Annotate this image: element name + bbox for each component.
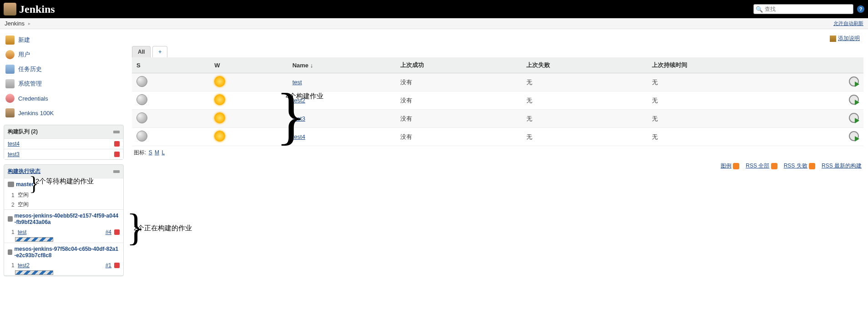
sort-indicator: ↓	[310, 62, 313, 69]
search-input[interactable]	[765, 6, 851, 12]
new-icon	[5, 36, 15, 45]
last-duration-cell: 无	[647, 110, 827, 128]
status-ball-icon	[136, 76, 147, 87]
status-ball-icon	[136, 112, 147, 123]
build-progress-bar[interactable]	[15, 237, 53, 242]
executor-panel: 构建执行状态 master 1空闲 2空闲 mesos-jenkins-40eb…	[4, 164, 124, 276]
job-name-link[interactable]: test3	[293, 115, 305, 122]
tab-all[interactable]: All	[132, 46, 151, 57]
status-ball-icon	[136, 131, 147, 142]
last-success-cell: 没有	[396, 110, 522, 128]
computer-icon	[8, 182, 14, 187]
build-number-link[interactable]: #1	[106, 262, 111, 269]
auto-refresh-link[interactable]: 允许自动刷新	[833, 20, 863, 26]
executor-slot: 1 test2 #1	[4, 261, 123, 269]
column-name[interactable]: Name ↓	[288, 57, 396, 73]
sidebar-item-history[interactable]: 任务历史	[4, 62, 124, 76]
table-row: test没有无无	[132, 73, 863, 91]
sidebar-item-label: 用户	[18, 51, 30, 59]
schedule-build-icon[interactable]	[849, 95, 859, 105]
icon-size-l[interactable]: L	[161, 149, 165, 156]
column-status[interactable]: S	[132, 57, 210, 73]
cancel-build-icon[interactable]	[114, 229, 120, 235]
sidebar-item-new[interactable]: 新建	[4, 33, 124, 47]
build-number-link[interactable]: #4	[106, 229, 111, 235]
cancel-build-icon[interactable]	[114, 152, 120, 157]
executor-node-master: master	[4, 178, 123, 190]
executor-node: mesos-jenkins-97f58c04-c65b-40df-82a1-e2…	[4, 243, 123, 261]
job-name-link[interactable]: test2	[293, 97, 305, 104]
cancel-build-icon[interactable]	[114, 263, 120, 268]
rss-icon	[771, 163, 777, 169]
slot-number: 1	[11, 192, 18, 198]
slot-number: 1	[11, 262, 18, 269]
cancel-build-icon[interactable]	[114, 141, 120, 147]
schedule-build-icon[interactable]	[849, 131, 859, 141]
node-name: mesos-jenkins-40ebb5f2-e157-4f59-a044-fb…	[15, 213, 120, 225]
main-content: 添加说明 All + S W Name ↓ 上次成功 上次失败 上次持续时间 t…	[127, 29, 868, 280]
rss-latest-link[interactable]: RSS 最新的构建	[822, 162, 862, 169]
slot-number: 1	[11, 229, 18, 235]
column-last-success[interactable]: 上次成功	[396, 57, 522, 73]
job-name-link[interactable]: test4	[293, 133, 305, 140]
weather-sun-icon	[214, 131, 225, 142]
computer-icon	[8, 249, 12, 255]
icon-size-label: 图标:	[134, 149, 146, 156]
view-tabs: All +	[132, 46, 863, 57]
sidebar-item-label: 新建	[18, 36, 30, 44]
user-icon	[5, 50, 15, 59]
add-description-link[interactable]: 添加说明	[838, 35, 860, 41]
last-duration-cell: 无	[647, 73, 827, 91]
breadcrumb-bar: Jenkins ▸ 允许自动刷新	[0, 18, 868, 29]
last-fail-cell: 无	[522, 73, 648, 91]
help-icon[interactable]: ?	[857, 5, 864, 13]
sidebar: 新建 用户 任务历史 系统管理 Credentials Jenkins 100K…	[0, 29, 127, 280]
collapse-icon[interactable]	[113, 131, 120, 133]
icon-size-s[interactable]: S	[149, 149, 152, 156]
sidebar-item-label: 系统管理	[18, 80, 42, 88]
search-box[interactable]: 🔍	[753, 4, 853, 14]
sidebar-item-100k[interactable]: Jenkins 100K	[4, 106, 124, 120]
sidebar-item-users[interactable]: 用户	[4, 47, 124, 62]
column-last-duration[interactable]: 上次持续时间	[647, 57, 827, 73]
last-fail-cell: 无	[522, 110, 648, 128]
icon-size-m[interactable]: M	[155, 149, 159, 156]
top-header: Jenkins 🔍 ?	[0, 0, 868, 18]
rss-all-link[interactable]: RSS 全部	[746, 162, 769, 169]
schedule-build-icon[interactable]	[849, 76, 859, 86]
column-last-fail[interactable]: 上次失败	[522, 57, 648, 73]
running-job-link[interactable]: test2	[18, 262, 30, 269]
collapse-icon[interactable]	[113, 170, 120, 173]
build-progress-bar[interactable]	[15, 270, 53, 275]
footer-links: 图例 RSS 全部 RSS 失败 RSS 最新的构建	[132, 159, 863, 173]
tab-add-view[interactable]: +	[152, 46, 167, 57]
last-success-cell: 没有	[396, 128, 522, 146]
slot-state: 空闲	[18, 201, 29, 208]
running-job-link[interactable]: test	[18, 229, 26, 235]
edit-icon	[830, 36, 836, 42]
status-ball-icon	[136, 94, 147, 105]
rss-icon	[809, 163, 815, 169]
legend-link[interactable]: 图例	[721, 162, 732, 169]
slot-state: 空闲	[18, 191, 29, 199]
job-table: S W Name ↓ 上次成功 上次失败 上次持续时间 test没有无无test…	[132, 57, 863, 146]
queue-job-link[interactable]: test4	[8, 141, 20, 147]
jenkins-icon	[5, 108, 15, 117]
last-fail-cell: 无	[522, 128, 648, 146]
last-duration-cell: 无	[647, 128, 827, 146]
rss-fail-link[interactable]: RSS 失败	[784, 162, 807, 169]
queue-job-link[interactable]: test3	[8, 151, 20, 157]
sidebar-item-manage[interactable]: 系统管理	[4, 76, 124, 91]
executor-title[interactable]: 构建执行状态	[8, 168, 40, 175]
build-queue-panel: 构建队列 (2) test4 test3	[4, 125, 124, 160]
executor-slot: 2空闲	[4, 200, 123, 209]
column-weather[interactable]: W	[210, 57, 288, 73]
sidebar-item-credentials[interactable]: Credentials	[4, 91, 124, 106]
job-name-link[interactable]: test	[293, 79, 302, 86]
schedule-build-icon[interactable]	[849, 113, 859, 123]
column-actions	[828, 57, 863, 73]
sidebar-item-label: 任务历史	[18, 65, 42, 73]
breadcrumb-root[interactable]: Jenkins	[5, 20, 25, 27]
build-queue-title: 构建队列 (2)	[8, 128, 38, 136]
jenkins-logo[interactable]: Jenkins	[4, 3, 55, 15]
